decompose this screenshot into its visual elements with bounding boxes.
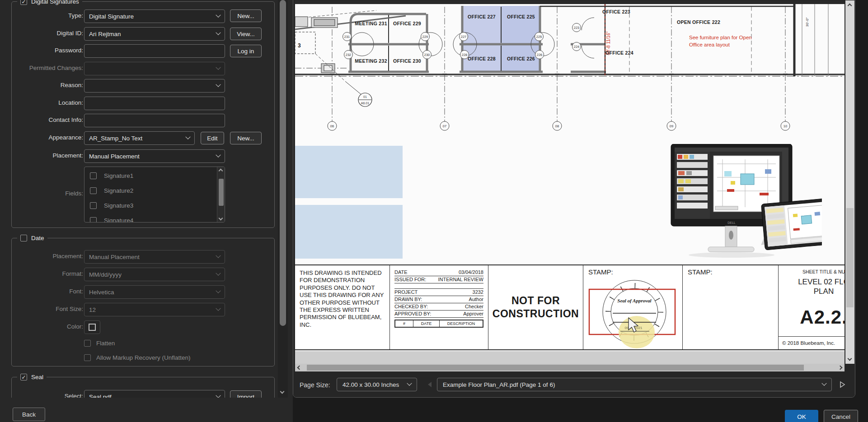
svg-text:07: 07 [443, 124, 446, 128]
field-item[interactable]: Signature4 [84, 213, 225, 223]
flatten-row: Flatten [84, 340, 115, 347]
scrollbar-thumb[interactable] [307, 365, 804, 371]
seal-checkbox[interactable]: ✓ [20, 374, 27, 380]
room-label: OFFICE 229 [393, 21, 421, 26]
room-label: 3 [298, 42, 301, 49]
svg-text:227: 227 [461, 35, 467, 39]
next-page-button[interactable] [839, 381, 845, 388]
reason-dropdown[interactable] [84, 79, 225, 93]
date-placement-dropdown[interactable]: Manual Placement [84, 250, 225, 264]
chevron-down-icon [216, 30, 221, 35]
tablet-image [758, 198, 822, 250]
svg-text:06: 06 [330, 124, 334, 128]
svg-text:10: 10 [784, 124, 787, 128]
field-item[interactable]: Signature1 [84, 169, 225, 182]
scroll-down-icon[interactable] [848, 357, 852, 361]
permitted-changes-dropdown[interactable] [84, 62, 225, 75]
settings-scrollbar[interactable] [278, 0, 288, 398]
not-for-construction-cell: NOT FOR CONSTRUCTION [488, 265, 583, 349]
room-label: MEETING 232 [355, 58, 387, 64]
contact-info-input[interactable] [84, 114, 225, 127]
file-page-dropdown[interactable]: Example Floor Plan_AR.pdf (Page 1 of 6) [437, 378, 832, 391]
field-checkbox[interactable] [90, 187, 97, 194]
chevron-down-icon [216, 82, 221, 87]
password-input[interactable] [84, 44, 225, 58]
scrollbar-thumb[interactable] [219, 179, 224, 206]
digital-signatures-legend: Digital Signatures [31, 0, 79, 5]
chevron-down-icon [216, 271, 221, 276]
stamp-cell-right: STAMP: [683, 265, 779, 349]
flatten-checkbox[interactable] [84, 340, 91, 347]
chevron-down-icon [216, 306, 221, 311]
ok-button[interactable]: OK [785, 410, 818, 422]
chevron-down-icon [216, 393, 221, 398]
preview-vertical-scrollbar[interactable] [845, 0, 854, 364]
view-button[interactable]: View... [230, 28, 262, 40]
field-item[interactable]: Signature2 [84, 184, 225, 197]
preview-horizontal-scrollbar[interactable] [295, 364, 845, 371]
scroll-down-icon[interactable] [219, 216, 223, 221]
scroll-up-icon[interactable] [219, 169, 223, 173]
fields-list-scrollbar[interactable] [217, 167, 225, 222]
previous-page-button[interactable] [427, 381, 432, 388]
red-note-line2: Office area layout [689, 42, 730, 47]
cancel-button[interactable]: Cancel [824, 410, 858, 422]
allow-markup-checkbox[interactable] [84, 354, 91, 361]
appearance-dropdown[interactable]: AR_Stamp_No Text [84, 131, 195, 145]
sheet-title-label: SHEET TITLE & NU [779, 269, 845, 274]
type-dropdown[interactable]: Digital Signature [84, 9, 225, 23]
scroll-left-icon[interactable] [297, 366, 302, 370]
disclaimer-text: THIS DRAWING IS INTENDED FOR DEMONSTRATI… [295, 265, 389, 333]
sheet-number: A2.2. [779, 306, 845, 328]
location-input[interactable] [84, 97, 225, 110]
type-new-button[interactable]: New... [230, 9, 262, 22]
right-dimension-text: 30'-0" [805, 18, 809, 27]
scrollbar-thumb[interactable] [846, 208, 854, 307]
svg-text:08: 08 [555, 124, 559, 128]
seal-import-button[interactable]: Import [230, 390, 262, 398]
date-color-label: Color: [13, 323, 83, 330]
field-checkbox[interactable] [90, 202, 97, 209]
date-font-size-label: Font Size: [13, 306, 83, 312]
scroll-down-icon[interactable] [280, 390, 285, 394]
date-checkbox[interactable] [20, 235, 27, 241]
svg-text:225: 225 [536, 35, 542, 39]
field-checkbox[interactable] [90, 217, 97, 223]
digital-signatures-checkbox[interactable]: ✓ [20, 0, 27, 5]
date-font-size-dropdown[interactable]: 12 [84, 303, 225, 316]
digital-id-dropdown[interactable]: Ari Rejtman [84, 27, 225, 41]
date-font-label: Font: [13, 288, 83, 295]
scroll-up-icon[interactable] [848, 4, 852, 8]
back-button[interactable]: Back [13, 408, 45, 421]
date-color-swatch[interactable] [84, 320, 100, 334]
chevron-down-icon [216, 153, 221, 158]
appearance-new-button[interactable]: New... [230, 132, 262, 144]
disclaimer-cell: THIS DRAWING IS INTENDED FOR DEMONSTRATI… [295, 265, 390, 349]
issue-info-cell: DATE03/04/2018 ISSUED FOR:INTERNAL REVIE… [390, 265, 488, 349]
scroll-right-icon[interactable] [838, 366, 843, 370]
room-label: OFFICE 223 [602, 9, 630, 14]
seal-legend: Seal [31, 374, 43, 380]
chevron-down-icon [216, 13, 221, 18]
date-font-dropdown[interactable]: Helvetica [84, 285, 225, 299]
room-label: OPEN OFFICE 222 [677, 19, 720, 25]
color-swatch-icon [89, 324, 96, 331]
field-checkbox[interactable] [90, 172, 97, 179]
page-size-dropdown[interactable]: 42.00 x 30.00 Inches [337, 378, 417, 391]
seal-select-dropdown[interactable]: Seal.pdf [84, 390, 225, 398]
allow-markup-label: Allow Markup Recovery (Unflatten) [96, 354, 191, 361]
login-button[interactable]: Log in [230, 45, 262, 57]
placement-dropdown[interactable]: Manual Placement [84, 149, 225, 163]
appearance-edit-button[interactable]: Edit [201, 132, 224, 144]
chevron-down-icon [216, 288, 221, 293]
svg-text:228: 228 [462, 53, 468, 57]
allow-markup-row: Allow Markup Recovery (Unflatten) [84, 354, 191, 361]
date-format-dropdown[interactable]: MM/dd/yyyy [84, 268, 225, 281]
location-label: Location: [13, 99, 83, 106]
fields-list: Signature1 Signature2 Signature3 Signatu… [84, 167, 225, 223]
scrollbar-thumb[interactable] [280, 0, 286, 326]
field-item[interactable]: Signature3 [84, 199, 225, 212]
svg-text:231: 231 [344, 35, 350, 39]
pdf-page-canvas[interactable]: 49'-8 11/16" 30'-0" 231 229 227 [295, 0, 845, 364]
chevron-down-icon [407, 381, 412, 386]
